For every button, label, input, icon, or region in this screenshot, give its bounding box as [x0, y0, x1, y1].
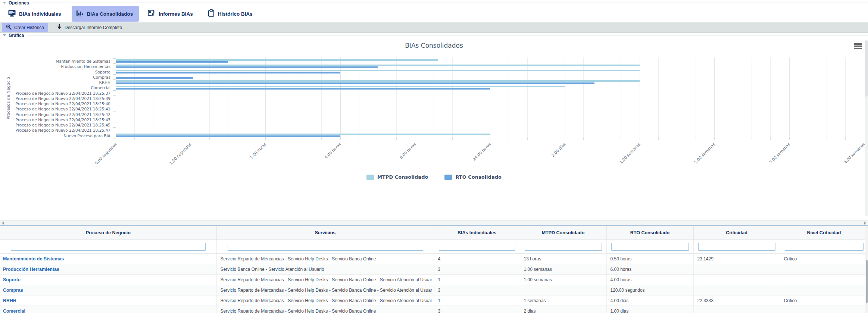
gridline — [864, 57, 864, 138]
x-axis-tick — [490, 138, 490, 140]
gridline — [752, 57, 752, 138]
y-axis-tick — [113, 90, 116, 91]
column-header-rto[interactable]: RTO Consolidado — [606, 226, 693, 240]
y-axis-tick — [113, 106, 116, 106]
tab-label: BIAs Consolidados — [87, 11, 133, 17]
x-axis-tick — [752, 138, 752, 140]
crear-historico-button[interactable]: Crear Histórico — [2, 23, 48, 32]
chart-bar-rto — [116, 66, 378, 68]
chart-vertical-scrollbar[interactable] — [865, 40, 868, 216]
filter-input-bias[interactable] — [439, 243, 515, 251]
table-row: Producción HerramientasServicio Banca On… — [0, 264, 868, 275]
x-axis-tick — [153, 138, 153, 140]
x-axis-tick — [321, 138, 322, 140]
y-axis-tick — [113, 96, 116, 96]
scroll-left-arrow-icon[interactable] — [2, 222, 4, 225]
column-header-nivel[interactable]: Nivel Criticidad — [780, 226, 868, 240]
x-tick-label: 4.00 horas — [324, 142, 342, 160]
table-row: ComprasServicio Reparto de Mercancias - … — [0, 285, 868, 295]
tab-bias-consolidados[interactable]: BIAs Consolidados — [72, 6, 139, 22]
process-link[interactable]: Comercial — [3, 309, 25, 313]
x-axis-tick — [677, 138, 677, 140]
filter-input-rto[interactable] — [611, 243, 689, 251]
y-axis-tick — [113, 101, 116, 101]
y-category-label: Soporte — [0, 69, 110, 75]
table-vertical-scrollbar[interactable] — [865, 226, 868, 313]
opciones-label: Opciones — [9, 0, 29, 6]
filter-input-mtpd[interactable] — [525, 243, 602, 251]
x-tick-label: 8.00 horas — [399, 142, 416, 160]
y-category-label: Proceso de Negocio Nuevo 22/04/2021 18:2… — [0, 96, 110, 101]
process-link[interactable]: Compras — [3, 288, 23, 293]
bar-chart-icon — [76, 10, 84, 18]
results-table-region: Proceso de NegocioServiciosBIAs Individu… — [0, 225, 868, 313]
cell-nivel: Crítico — [780, 295, 868, 306]
magnifier-icon — [6, 24, 12, 31]
cell-nivel — [780, 306, 868, 313]
y-category-label: Proceso de Negocio Nuevo 22/04/2021 18:2… — [0, 106, 110, 112]
scrollbar-thumb[interactable] — [866, 260, 868, 303]
filter-input-servicios[interactable] — [228, 243, 423, 251]
process-link[interactable]: Producción Herramientas — [3, 267, 59, 272]
table-row: ComercialServicio Reparto de Mercancias … — [0, 306, 868, 313]
grafica-section-header: Gráfica — [0, 32, 868, 38]
filter-input-proceso[interactable] — [11, 243, 206, 251]
x-axis-tick — [733, 138, 733, 140]
process-link[interactable]: RRHH — [3, 298, 16, 303]
legend-item-mtpd[interactable]: MTPD Consolidado — [366, 174, 428, 180]
descargar-informe-button[interactable]: Descargar Informe Completo — [53, 23, 126, 32]
cell-nivel — [780, 275, 868, 285]
process-link[interactable]: Mantenimiento de Sistemas — [3, 256, 64, 262]
x-axis-tick — [378, 138, 378, 140]
x-tick-label: 2.00 semanas — [693, 142, 716, 165]
gridline — [789, 57, 790, 138]
x-tick-label: 0.00 segundos — [94, 142, 117, 165]
process-link[interactable]: Soporte — [3, 277, 21, 282]
y-category-label: Comercial — [0, 85, 110, 90]
x-axis-tick — [640, 138, 640, 140]
filter-input-criticidad[interactable] — [698, 243, 775, 251]
column-header-criticidad[interactable]: Criticidad — [693, 226, 780, 240]
cell-criticidad: 22.3333 — [693, 295, 780, 306]
y-axis-tick — [113, 69, 116, 69]
x-axis-tick — [696, 138, 696, 140]
legend-item-rto[interactable]: RTO Consolidado — [444, 174, 502, 180]
tab-bias-individuales[interactable]: BIAs Individuales — [4, 6, 67, 22]
x-axis-tick — [602, 138, 602, 140]
legend-label: RTO Consolidado — [455, 174, 502, 180]
cell-bias: 4 — [434, 254, 520, 264]
collapse-grafica-icon[interactable] — [3, 34, 6, 36]
chart-bar-mtpd — [116, 65, 640, 66]
x-axis-tick — [583, 138, 584, 140]
y-category-label: Proceso de Negocio Nuevo 22/04/2021 18:2… — [0, 112, 110, 117]
gridline — [714, 57, 715, 138]
filter-input-nivel[interactable] — [785, 243, 864, 251]
table-row: RRHHServicio Reparto de Mercancias - Ser… — [0, 295, 868, 306]
y-axis-tick — [113, 127, 116, 128]
table-row: SoporteServicio Reparto de Mercancias - … — [0, 275, 868, 285]
x-axis-tick — [340, 138, 341, 140]
tab-informes-bias[interactable]: Informes BIAs — [143, 6, 199, 22]
cell-servicios: Servicio Reparto de Mercancias - Servici… — [216, 306, 434, 313]
cell-servicios: Servicio Reparto de Mercancias - Servici… — [216, 275, 434, 285]
cell-servicios: Servicio Reparto de Mercancias - Servici… — [216, 295, 434, 306]
column-header-mtpd[interactable]: MTPD Consolidado — [520, 226, 606, 240]
column-header-proceso[interactable]: Proceso de Negocio — [0, 226, 216, 240]
x-axis-tick — [509, 138, 509, 140]
scroll-right-arrow-icon[interactable] — [864, 222, 866, 225]
x-axis-tick — [527, 138, 528, 140]
x-tick-label: 1.00 horas — [249, 142, 267, 160]
column-header-servicios[interactable]: Servicios — [216, 226, 434, 240]
x-axis-tick — [172, 138, 172, 140]
x-axis-tick — [471, 138, 471, 140]
collapse-opciones-icon[interactable] — [3, 2, 6, 4]
clipboard-icon — [208, 9, 215, 18]
tab-historico-bias[interactable]: Histórico BIAs — [203, 6, 259, 22]
x-axis-tick — [845, 138, 846, 140]
gridline — [640, 57, 640, 138]
x-axis-tick — [415, 138, 415, 140]
scrollbar-thumb[interactable] — [865, 41, 868, 97]
cell-proceso: Producción Herramientas — [0, 264, 216, 275]
cell-bias: 1 — [434, 275, 520, 285]
column-header-bias[interactable]: BIAs Individuales — [434, 226, 520, 240]
